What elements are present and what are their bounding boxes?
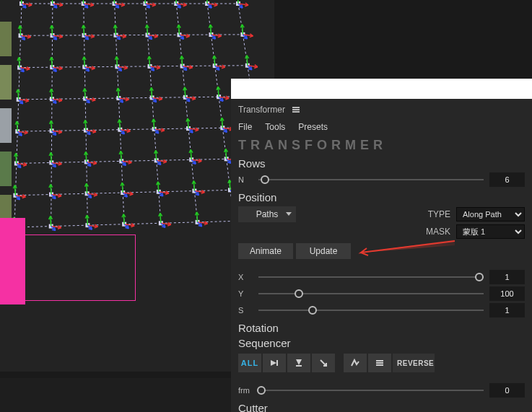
- frm-label: frm: [238, 386, 256, 395]
- y-slider[interactable]: [258, 289, 484, 299]
- arrow-diag-icon: [318, 358, 328, 368]
- seq-random-button[interactable]: [344, 354, 367, 372]
- svg-line-37: [87, 161, 121, 162]
- svg-line-44: [87, 193, 123, 193]
- transformer-panel: Transformer File Tools Presets TRANSFORM…: [231, 99, 532, 412]
- arrow-right-icon: [269, 358, 279, 368]
- svg-line-29: [52, 131, 86, 131]
- svg-line-47: [194, 190, 230, 190]
- seq-right-button[interactable]: [263, 354, 286, 372]
- logo-text: TRANSFORMER: [238, 138, 525, 153]
- seq-down-button[interactable]: [287, 354, 310, 372]
- menu-tools[interactable]: Tools: [265, 122, 285, 132]
- menubar: File Tools Presets: [238, 119, 525, 136]
- svg-rect-755: [0, 152, 12, 186]
- s-slider[interactable]: [258, 305, 484, 315]
- svg-line-46: [159, 191, 195, 192]
- svg-line-22: [52, 99, 85, 100]
- type-label: TYPE: [422, 209, 450, 219]
- viewport-footer: [0, 378, 231, 412]
- sequencer-heading: Sequencer: [238, 337, 525, 349]
- svg-line-51: [87, 224, 124, 225]
- y-label: Y: [238, 289, 253, 298]
- seq-center-button[interactable]: [368, 354, 391, 372]
- mask-select[interactable]: 蒙版 1: [456, 224, 525, 239]
- cutter-heading: Cutter: [238, 402, 525, 412]
- svg-line-43: [51, 193, 87, 194]
- rows-n-slider[interactable]: [258, 175, 484, 185]
- chevron-down-icon: [286, 212, 292, 216]
- seq-all-button[interactable]: ALL: [238, 354, 261, 372]
- rows-n-value[interactable]: [489, 172, 525, 187]
- center-icon: [375, 358, 385, 368]
- panel-title: Transformer: [238, 105, 285, 115]
- svg-line-45: [123, 192, 159, 193]
- svg-line-53: [161, 222, 198, 223]
- reverse-button[interactable]: REVERSE: [393, 354, 435, 372]
- svg-line-30: [86, 130, 120, 131]
- svg-line-24: [118, 97, 152, 98]
- random-icon: [350, 358, 360, 368]
- svg-line-40: [191, 159, 226, 159]
- svg-line-42: [15, 194, 51, 195]
- frm-value[interactable]: [489, 383, 525, 398]
- divider-strip: [231, 79, 532, 99]
- menu-file[interactable]: File: [238, 122, 252, 132]
- y-value[interactable]: [489, 286, 525, 301]
- menu-presets[interactable]: Presets: [298, 122, 328, 132]
- update-button[interactable]: Update: [296, 243, 351, 259]
- svg-line-26: [186, 97, 219, 97]
- svg-line-36: [51, 162, 86, 162]
- seq-diag-button[interactable]: [312, 354, 335, 372]
- x-label: X: [238, 273, 253, 281]
- rotation-heading: Rotation: [238, 322, 525, 334]
- arrow-down-icon: [294, 358, 304, 368]
- svg-line-54: [198, 221, 235, 222]
- svg-line-33: [188, 128, 222, 128]
- svg-rect-753: [0, 65, 12, 100]
- svg-line-50: [51, 225, 88, 226]
- svg-line-21: [19, 99, 52, 100]
- svg-line-31: [120, 129, 154, 130]
- rows-heading: Rows: [238, 157, 525, 170]
- svg-rect-752: [0, 22, 12, 56]
- svg-line-32: [154, 128, 188, 129]
- svg-line-52: [124, 223, 161, 224]
- svg-line-35: [17, 162, 51, 163]
- svg-line-25: [152, 97, 186, 98]
- paths-button-label: Paths: [256, 209, 279, 219]
- svg-line-28: [17, 131, 51, 131]
- type-select[interactable]: Along Path: [456, 207, 525, 222]
- s-label: S: [238, 306, 253, 315]
- sequencer-buttons: ALL REVERSE: [238, 354, 525, 372]
- svg-line-39: [157, 159, 191, 160]
- paths-button[interactable]: Paths: [238, 206, 296, 222]
- svg-rect-754: [0, 108, 12, 143]
- mask-label: MASK: [422, 227, 450, 237]
- rows-n-label: N: [238, 175, 253, 184]
- x-value[interactable]: [489, 270, 525, 284]
- x-slider[interactable]: [258, 272, 484, 282]
- svg-line-38: [121, 160, 156, 161]
- selection-bounds: [16, 235, 136, 301]
- svg-line-23: [85, 98, 118, 99]
- s-value[interactable]: [489, 303, 525, 317]
- panel-menu-icon[interactable]: [292, 107, 300, 113]
- animate-button[interactable]: Animate: [238, 243, 293, 259]
- position-heading: Position: [238, 191, 525, 203]
- frm-slider[interactable]: [261, 385, 484, 395]
